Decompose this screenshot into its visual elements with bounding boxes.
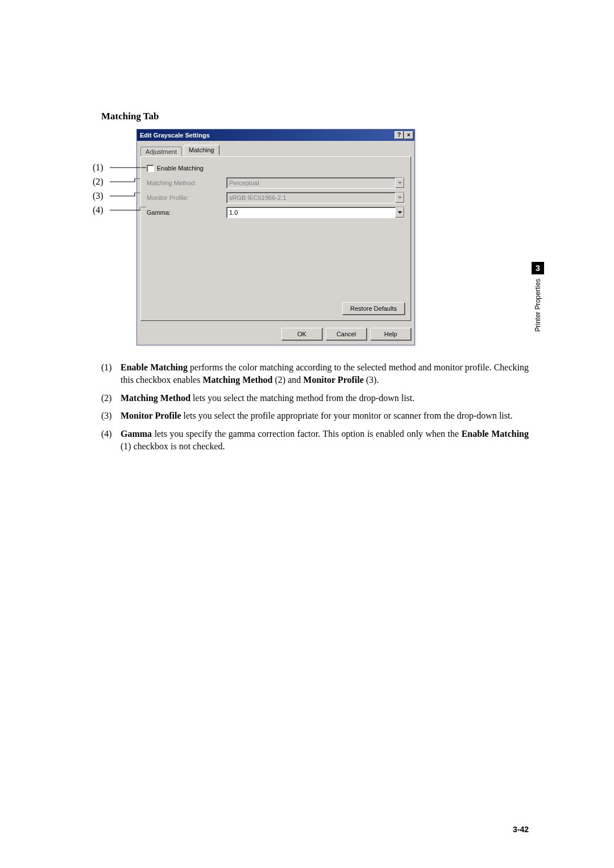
list-item: (4) Gamma lets you specify the gamma cor…: [101, 428, 529, 453]
gamma-value: 1.0: [229, 209, 238, 216]
page-number: 3-42: [513, 825, 529, 834]
bold-term: Matching Method: [202, 375, 272, 385]
dialog-title: Edit Grayscale Settings: [140, 130, 210, 141]
gamma-label: Gamma:: [147, 209, 226, 216]
chapter-number-box: 3: [532, 262, 544, 274]
matching-method-label: Matching Method:: [147, 180, 226, 186]
tab-strip: Adjustment Matching: [140, 144, 411, 156]
side-tab-text: Printer Properties: [534, 279, 542, 332]
list-item: (3) Monitor Profile lets you select the …: [101, 410, 529, 422]
checkbox-icon: [147, 165, 154, 172]
help-button[interactable]: Help: [370, 328, 411, 340]
titlebar: Edit Grayscale Settings ? ×: [137, 130, 414, 141]
monitor-profile-select[interactable]: sRGB IEC61966-2.1: [226, 192, 405, 203]
chevron-down-icon: [395, 207, 404, 218]
restore-defaults-button[interactable]: Restore Defaults: [342, 302, 405, 315]
matching-panel: Enable Matching Matching Method: Percept…: [140, 156, 411, 321]
bold-term: Enable Matching: [121, 362, 188, 372]
bold-term: Matching Method: [121, 393, 190, 403]
bold-term: Monitor Profile: [121, 411, 181, 420]
grayscale-settings-dialog: Edit Grayscale Settings ? × Adjustment M…: [136, 129, 415, 345]
list-num: (4): [101, 428, 121, 453]
enable-matching-label: Enable Matching: [157, 165, 204, 172]
chevron-down-icon: [395, 178, 404, 188]
chevron-down-icon: [395, 193, 404, 203]
list-num: (3): [101, 410, 121, 422]
callout-1: (1): [93, 162, 110, 173]
enable-matching-checkbox[interactable]: Enable Matching: [147, 165, 204, 172]
monitor-profile-label: Monitor Profile:: [147, 194, 226, 201]
list-num: (1): [101, 361, 121, 387]
callout-2: (2): [93, 177, 110, 187]
callout-labels: (1) (2) (3) (4): [93, 161, 146, 218]
tab-matching[interactable]: Matching: [184, 145, 219, 155]
matching-method-value: Perceptual: [229, 180, 259, 186]
bold-term: Enable Matching: [462, 429, 529, 439]
list-num: (2): [101, 392, 121, 404]
callout-4: (4): [93, 205, 110, 215]
bold-term: Monitor Profile: [303, 375, 364, 385]
callout-3: (3): [93, 191, 110, 201]
document-page: Matching Tab (1) (2) (3) (4) Edit Graysc…: [0, 0, 614, 868]
tab-adjustment[interactable]: Adjustment: [140, 147, 182, 156]
dialog-button-row: OK Cancel Help: [137, 324, 414, 345]
side-tab: Printer Properties 3: [532, 262, 544, 332]
list-item: (2) Matching Method lets you select the …: [101, 392, 529, 404]
bold-term: Gamma: [121, 429, 152, 439]
titlebar-close-button[interactable]: ×: [404, 131, 413, 139]
cancel-button[interactable]: Cancel: [326, 328, 367, 340]
titlebar-help-button[interactable]: ?: [395, 131, 404, 139]
monitor-profile-value: sRGB IEC61966-2.1: [229, 194, 286, 201]
dialog-figure: (1) (2) (3) (4) Edit Grayscale Settings …: [101, 129, 420, 345]
description-list: (1) Enable Matching performs the color m…: [101, 361, 529, 453]
section-heading: Matching Tab: [101, 111, 529, 122]
ok-button[interactable]: OK: [281, 328, 322, 340]
matching-method-select[interactable]: Perceptual: [226, 177, 405, 189]
list-item: (1) Enable Matching performs the color m…: [101, 361, 529, 387]
gamma-select[interactable]: 1.0: [226, 207, 405, 218]
